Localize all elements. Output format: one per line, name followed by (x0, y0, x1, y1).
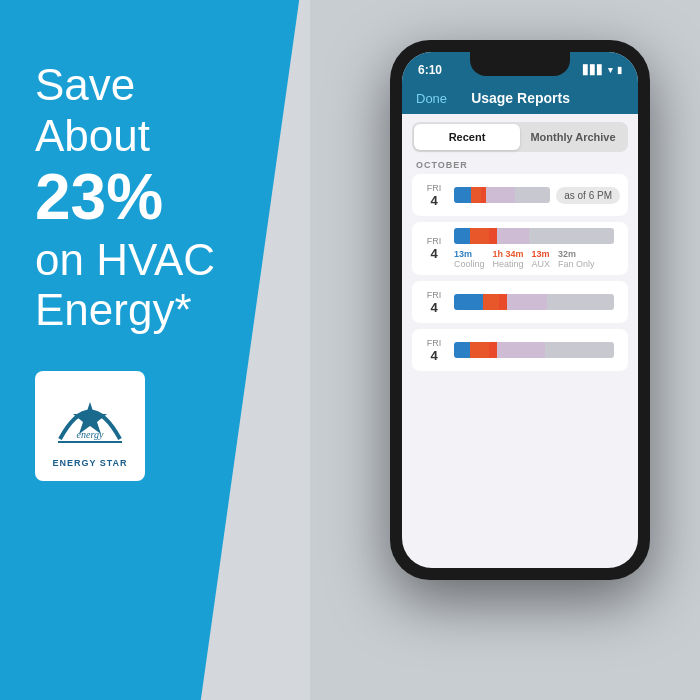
bar-aux-2 (489, 228, 497, 244)
month-label: OCTOBER (416, 160, 628, 170)
stat-fan: 32m Fan Only (558, 249, 595, 269)
bar-purple-3 (507, 294, 547, 310)
segment-control[interactable]: Recent Monthly Archive (412, 122, 628, 152)
stat-cool-val: 13m (454, 249, 472, 259)
stat-heat-val: 1h 34m (493, 249, 524, 259)
day-num-1: 4 (420, 193, 448, 208)
stat-aux-label: AUX (532, 259, 551, 269)
stat-aux-val: 13m (532, 249, 550, 259)
segment-recent[interactable]: Recent (414, 124, 520, 150)
signal-icon: ▋▋▋ (583, 65, 604, 75)
headline: Save About 23% on HVAC Energy* (35, 60, 280, 336)
bar-row-1 (454, 187, 550, 203)
bar-purple-4 (497, 342, 545, 358)
bar-area-1 (454, 187, 550, 203)
day-label-1: FRI 4 (420, 183, 448, 208)
bar-area-4 (454, 342, 614, 358)
bar-area-2: 13m Cooling 1h 34m Heating 13m AUX (454, 228, 614, 269)
bar-row-3 (454, 294, 614, 310)
day-label-2: FRI 4 (420, 236, 448, 261)
stat-fan-val: 32m (558, 249, 576, 259)
day-label-4: FRI 4 (420, 338, 448, 363)
stat-fan-label: Fan Only (558, 259, 595, 269)
bar-cool-4 (454, 342, 470, 358)
bar-heat-2 (470, 228, 489, 244)
day-name-4: FRI (420, 338, 448, 348)
stat-cool: 13m Cooling (454, 249, 485, 269)
nav-title: Usage Reports (471, 90, 570, 106)
day-num-4: 4 (420, 348, 448, 363)
bar-idle-2 (529, 228, 614, 244)
energy-star-icon: energy (50, 384, 130, 456)
wifi-icon: ▾ (608, 65, 613, 75)
day-label-3: FRI 4 (420, 290, 448, 315)
bar-idle-4 (545, 342, 614, 358)
phone-device: 6:10 ▋▋▋ ▾ ▮ Done Usage Reports Recent (390, 40, 650, 580)
right-panel: 6:10 ▋▋▋ ▾ ▮ Done Usage Reports Recent (310, 0, 700, 700)
usage-row-4: FRI 4 (412, 329, 628, 371)
usage-row-3: FRI 4 (412, 281, 628, 323)
bar-row-2 (454, 228, 614, 244)
usage-row-2: FRI 4 (412, 222, 628, 275)
svg-text:energy: energy (77, 429, 104, 440)
bar-cool-2 (454, 228, 470, 244)
bar-purple-2 (497, 228, 529, 244)
bar-cool-1 (454, 187, 471, 203)
usage-row-1: FRI 4 as of 6 PM (412, 174, 628, 216)
day-name-2: FRI (420, 236, 448, 246)
bar-idle-3 (547, 294, 614, 310)
phone-notch (470, 52, 570, 76)
bar-area-3 (454, 294, 614, 310)
left-panel: Save About 23% on HVAC Energy* energy EN… (0, 0, 310, 700)
bar-cool-3 (454, 294, 483, 310)
nav-done-button[interactable]: Done (416, 91, 447, 106)
stat-heat-label: Heating (493, 259, 524, 269)
battery-icon: ▮ (617, 65, 622, 75)
bar-info-2: 13m Cooling 1h 34m Heating 13m AUX (454, 249, 614, 269)
content-area: OCTOBER FRI 4 (402, 160, 638, 371)
left-content: Save About 23% on HVAC Energy* energy EN… (0, 0, 310, 511)
nav-bar: Done Usage Reports (402, 84, 638, 114)
day-name-1: FRI (420, 183, 448, 193)
bar-idle-1 (515, 187, 551, 203)
day-num-3: 4 (420, 300, 448, 315)
percent: 23% (35, 161, 280, 235)
energy-star-label: ENERGY STAR (52, 458, 127, 468)
line1: Save (35, 60, 135, 109)
segment-monthly[interactable]: Monthly Archive (520, 124, 626, 150)
line4: Energy* (35, 285, 192, 334)
status-time: 6:10 (418, 63, 442, 77)
bar-heat-3 (483, 294, 499, 310)
as-of-badge: as of 6 PM (556, 187, 620, 204)
status-icons: ▋▋▋ ▾ ▮ (583, 65, 622, 75)
energy-star-badge: energy ENERGY STAR (35, 371, 145, 481)
day-name-3: FRI (420, 290, 448, 300)
bar-aux-3 (499, 294, 507, 310)
day-num-2: 4 (420, 246, 448, 261)
bar-row-4 (454, 342, 614, 358)
stat-heat: 1h 34m Heating (493, 249, 524, 269)
bar-heat-1 (471, 187, 481, 203)
line3: on HVAC (35, 235, 215, 284)
bar-purple-1 (486, 187, 515, 203)
bar-heat-4 (470, 342, 489, 358)
stat-cool-label: Cooling (454, 259, 485, 269)
bar-aux-4 (489, 342, 497, 358)
stat-aux: 13m AUX (532, 249, 551, 269)
line2: About (35, 111, 150, 160)
phone-wrapper: 6:10 ▋▋▋ ▾ ▮ Done Usage Reports Recent (320, 40, 700, 700)
phone-screen: 6:10 ▋▋▋ ▾ ▮ Done Usage Reports Recent (402, 52, 638, 568)
